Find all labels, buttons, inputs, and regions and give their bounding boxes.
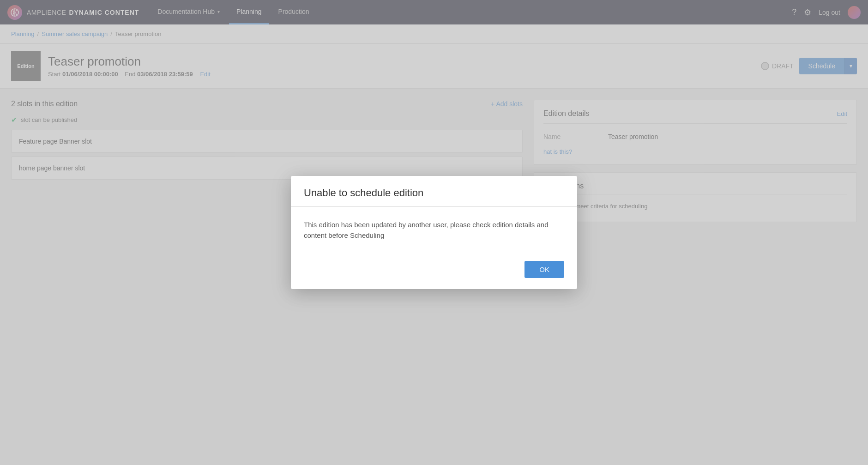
modal-footer: OK — [291, 254, 577, 289]
modal-body-text: This edition has been updated by another… — [304, 220, 564, 241]
modal-dialog: Unable to schedule edition This edition … — [291, 176, 577, 289]
modal-overlay: Unable to schedule edition This edition … — [0, 0, 868, 465]
modal-header: Unable to schedule edition — [291, 176, 577, 207]
modal-ok-button[interactable]: OK — [524, 261, 564, 278]
modal-title: Unable to schedule edition — [304, 187, 564, 199]
modal-body: This edition has been updated by another… — [291, 207, 577, 254]
